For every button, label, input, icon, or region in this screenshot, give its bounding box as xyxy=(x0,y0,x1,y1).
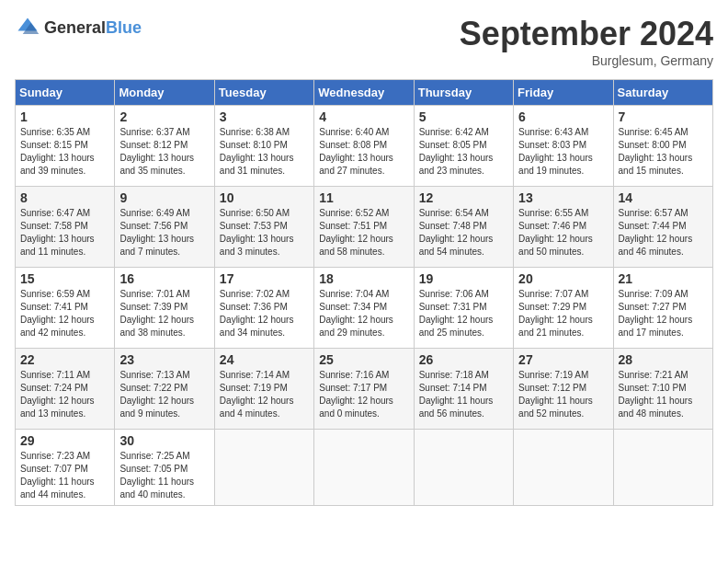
calendar-week-4: 22Sunrise: 7:11 AMSunset: 7:24 PMDayligh… xyxy=(16,349,713,430)
calendar-cell: 3Sunrise: 6:38 AMSunset: 8:10 PMDaylight… xyxy=(214,106,313,187)
day-info: Sunrise: 6:49 AMSunset: 7:56 PMDaylight:… xyxy=(119,207,209,259)
day-number: 28 xyxy=(619,352,708,367)
day-number: 5 xyxy=(419,109,508,124)
day-number: 22 xyxy=(20,352,109,367)
day-header-tuesday: Tuesday xyxy=(214,80,313,106)
day-info: Sunrise: 7:19 AMSunset: 7:12 PMDaylight:… xyxy=(518,369,608,420)
calendar-cell: 27Sunrise: 7:19 AMSunset: 7:12 PMDayligh… xyxy=(514,349,613,430)
location: Burglesum, Germany xyxy=(460,53,713,68)
day-info: Sunrise: 7:21 AMSunset: 7:10 PMDaylight:… xyxy=(619,369,708,420)
day-number: 10 xyxy=(220,190,309,205)
calendar-cell: 25Sunrise: 7:16 AMSunset: 7:17 PMDayligh… xyxy=(314,349,414,430)
day-info: Sunrise: 6:38 AMSunset: 8:10 PMDaylight:… xyxy=(220,126,309,178)
day-info: Sunrise: 6:54 AMSunset: 7:48 PMDaylight:… xyxy=(419,207,508,259)
day-number: 6 xyxy=(518,109,608,124)
day-info: Sunrise: 6:47 AMSunset: 7:58 PMDaylight:… xyxy=(20,207,109,259)
calendar-cell: 30Sunrise: 7:25 AMSunset: 7:05 PMDayligh… xyxy=(115,430,214,506)
day-info: Sunrise: 7:14 AMSunset: 7:19 PMDaylight:… xyxy=(220,369,309,420)
calendar-cell: 7Sunrise: 6:45 AMSunset: 8:00 PMDaylight… xyxy=(613,106,712,187)
calendar-cell: 19Sunrise: 7:06 AMSunset: 7:31 PMDayligh… xyxy=(414,268,513,349)
day-header-sunday: Sunday xyxy=(16,80,115,106)
month-title: September 2024 xyxy=(460,15,713,53)
day-number: 11 xyxy=(319,190,408,205)
logo: GeneralBlue xyxy=(15,15,142,40)
day-info: Sunrise: 7:04 AMSunset: 7:34 PMDaylight:… xyxy=(319,288,408,339)
day-number: 3 xyxy=(220,109,309,124)
calendar-cell: 6Sunrise: 6:43 AMSunset: 8:03 PMDaylight… xyxy=(514,106,613,187)
calendar-cell: 13Sunrise: 6:55 AMSunset: 7:46 PMDayligh… xyxy=(514,187,613,268)
day-number: 23 xyxy=(119,352,209,367)
calendar-cell: 28Sunrise: 7:21 AMSunset: 7:10 PMDayligh… xyxy=(613,349,712,430)
day-number: 8 xyxy=(20,190,109,205)
day-number: 29 xyxy=(20,433,109,448)
calendar-cell: 15Sunrise: 6:59 AMSunset: 7:41 PMDayligh… xyxy=(16,268,115,349)
calendar-cell: 2Sunrise: 6:37 AMSunset: 8:12 PMDaylight… xyxy=(115,106,214,187)
calendar-cell: 1Sunrise: 6:35 AMSunset: 8:15 PMDaylight… xyxy=(16,106,115,187)
calendar-cell xyxy=(314,430,414,506)
day-number: 26 xyxy=(419,352,508,367)
calendar-cell: 21Sunrise: 7:09 AMSunset: 7:27 PMDayligh… xyxy=(613,268,712,349)
day-number: 18 xyxy=(319,271,408,286)
day-info: Sunrise: 6:55 AMSunset: 7:46 PMDaylight:… xyxy=(518,207,608,259)
calendar-week-5: 29Sunrise: 7:23 AMSunset: 7:07 PMDayligh… xyxy=(16,430,713,506)
day-number: 14 xyxy=(619,190,708,205)
calendar-cell: 20Sunrise: 7:07 AMSunset: 7:29 PMDayligh… xyxy=(514,268,613,349)
day-info: Sunrise: 6:57 AMSunset: 7:44 PMDaylight:… xyxy=(619,207,708,259)
calendar-week-3: 15Sunrise: 6:59 AMSunset: 7:41 PMDayligh… xyxy=(16,268,713,349)
day-info: Sunrise: 6:40 AMSunset: 8:08 PMDaylight:… xyxy=(319,126,408,178)
calendar-cell: 22Sunrise: 7:11 AMSunset: 7:24 PMDayligh… xyxy=(16,349,115,430)
day-info: Sunrise: 7:18 AMSunset: 7:14 PMDaylight:… xyxy=(419,369,508,420)
day-number: 30 xyxy=(119,433,209,448)
logo-text: GeneralBlue xyxy=(44,18,142,38)
day-number: 15 xyxy=(20,271,109,286)
day-info: Sunrise: 6:43 AMSunset: 8:03 PMDaylight:… xyxy=(518,126,608,178)
calendar-table: SundayMondayTuesdayWednesdayThursdayFrid… xyxy=(15,79,713,506)
day-header-monday: Monday xyxy=(115,80,214,106)
day-info: Sunrise: 7:13 AMSunset: 7:22 PMDaylight:… xyxy=(119,369,209,420)
calendar-cell xyxy=(514,430,613,506)
day-info: Sunrise: 7:02 AMSunset: 7:36 PMDaylight:… xyxy=(220,288,309,339)
calendar-cell xyxy=(613,430,712,506)
calendar-cell: 4Sunrise: 6:40 AMSunset: 8:08 PMDaylight… xyxy=(314,106,414,187)
day-info: Sunrise: 6:52 AMSunset: 7:51 PMDaylight:… xyxy=(319,207,408,259)
day-header-wednesday: Wednesday xyxy=(314,80,414,106)
calendar-week-1: 1Sunrise: 6:35 AMSunset: 8:15 PMDaylight… xyxy=(16,106,713,187)
calendar-cell: 29Sunrise: 7:23 AMSunset: 7:07 PMDayligh… xyxy=(16,430,115,506)
day-number: 9 xyxy=(119,190,209,205)
day-number: 24 xyxy=(220,352,309,367)
day-number: 2 xyxy=(119,109,209,124)
day-header-thursday: Thursday xyxy=(414,80,513,106)
calendar-cell: 14Sunrise: 6:57 AMSunset: 7:44 PMDayligh… xyxy=(613,187,712,268)
logo-general: General xyxy=(44,18,106,37)
calendar-cell: 8Sunrise: 6:47 AMSunset: 7:58 PMDaylight… xyxy=(16,187,115,268)
day-info: Sunrise: 7:16 AMSunset: 7:17 PMDaylight:… xyxy=(319,369,408,420)
day-info: Sunrise: 6:35 AMSunset: 8:15 PMDaylight:… xyxy=(20,126,109,178)
calendar-week-2: 8Sunrise: 6:47 AMSunset: 7:58 PMDaylight… xyxy=(16,187,713,268)
day-number: 27 xyxy=(518,352,608,367)
day-info: Sunrise: 7:11 AMSunset: 7:24 PMDaylight:… xyxy=(20,369,109,420)
calendar-cell: 5Sunrise: 6:42 AMSunset: 8:05 PMDaylight… xyxy=(414,106,513,187)
logo-icon xyxy=(15,15,40,40)
day-number: 16 xyxy=(119,271,209,286)
day-number: 25 xyxy=(319,352,408,367)
day-info: Sunrise: 7:07 AMSunset: 7:29 PMDaylight:… xyxy=(518,288,608,339)
calendar-cell: 11Sunrise: 6:52 AMSunset: 7:51 PMDayligh… xyxy=(314,187,414,268)
calendar-cell: 24Sunrise: 7:14 AMSunset: 7:19 PMDayligh… xyxy=(214,349,313,430)
calendar-header-row: SundayMondayTuesdayWednesdayThursdayFrid… xyxy=(16,80,713,106)
calendar-cell xyxy=(214,430,313,506)
day-info: Sunrise: 7:01 AMSunset: 7:39 PMDaylight:… xyxy=(119,288,209,339)
day-number: 12 xyxy=(419,190,508,205)
day-number: 21 xyxy=(619,271,708,286)
calendar-cell: 23Sunrise: 7:13 AMSunset: 7:22 PMDayligh… xyxy=(115,349,214,430)
calendar-cell: 17Sunrise: 7:02 AMSunset: 7:36 PMDayligh… xyxy=(214,268,313,349)
day-info: Sunrise: 6:45 AMSunset: 8:00 PMDaylight:… xyxy=(619,126,708,178)
day-header-friday: Friday xyxy=(514,80,613,106)
day-info: Sunrise: 7:09 AMSunset: 7:27 PMDaylight:… xyxy=(619,288,708,339)
day-info: Sunrise: 7:25 AMSunset: 7:05 PMDaylight:… xyxy=(119,450,209,501)
day-number: 13 xyxy=(518,190,608,205)
calendar-cell: 10Sunrise: 6:50 AMSunset: 7:53 PMDayligh… xyxy=(214,187,313,268)
day-info: Sunrise: 6:50 AMSunset: 7:53 PMDaylight:… xyxy=(220,207,309,259)
day-info: Sunrise: 7:23 AMSunset: 7:07 PMDaylight:… xyxy=(20,450,109,501)
day-number: 4 xyxy=(319,109,408,124)
day-number: 7 xyxy=(619,109,708,124)
